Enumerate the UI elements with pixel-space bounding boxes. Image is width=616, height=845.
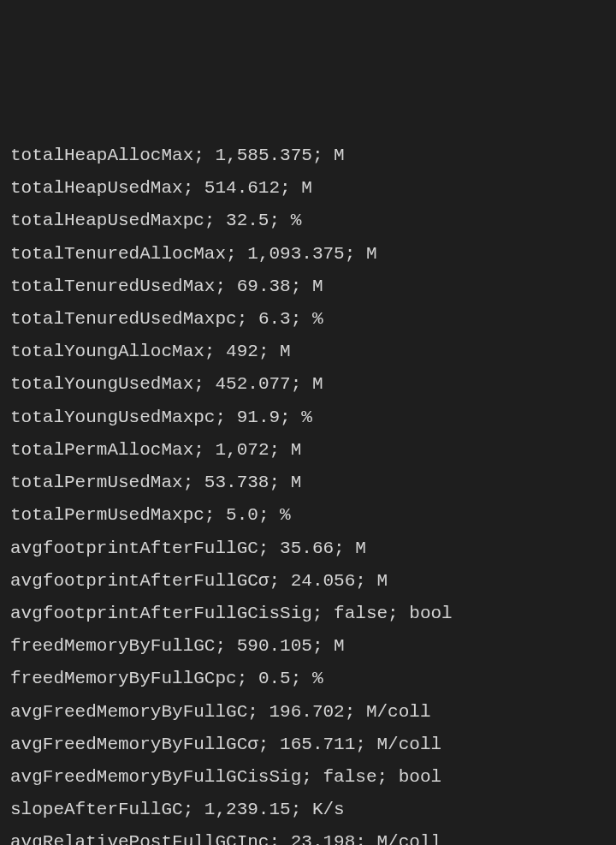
metric-line: totalTenuredUsedMax; 69.38; M bbox=[10, 271, 606, 303]
metric-name: avgFreedMemoryByFullGC bbox=[10, 702, 247, 722]
metric-value: 165.711 bbox=[280, 735, 355, 754]
metric-name: totalHeapAllocMax bbox=[10, 146, 193, 165]
metric-unit: M/coll bbox=[377, 832, 442, 845]
metric-value: 35.66 bbox=[280, 539, 334, 558]
metric-line: totalHeapUsedMaxpc; 32.5; % bbox=[10, 205, 606, 237]
metric-value: 590.105 bbox=[237, 636, 312, 656]
metric-line: avgfootprintAfterFullGCσ; 24.056; M bbox=[10, 565, 606, 598]
metric-name: totalYoungAllocMax bbox=[10, 342, 204, 361]
metric-value: false bbox=[334, 604, 388, 623]
metric-name: freedMemoryByFullGCpc bbox=[10, 669, 237, 688]
metric-name: avgfootprintAfterFullGC bbox=[10, 539, 258, 558]
metric-line: totalPermUsedMaxpc; 5.0; % bbox=[10, 499, 606, 532]
metric-unit: % bbox=[301, 408, 312, 427]
metric-unit: M bbox=[280, 342, 291, 361]
metric-value: 91.9 bbox=[237, 408, 280, 427]
metric-value: 24.056 bbox=[291, 571, 356, 591]
metric-name: totalHeapUsedMaxpc bbox=[10, 211, 204, 230]
metric-line: totalYoungUsedMax; 452.077; M bbox=[10, 368, 606, 401]
metric-value: 452.077 bbox=[215, 374, 290, 394]
metric-line: totalHeapUsedMax; 514.612; M bbox=[10, 172, 606, 205]
metric-name: totalHeapUsedMax bbox=[10, 178, 183, 198]
metric-unit: M bbox=[312, 277, 323, 296]
metric-value: 1,093.375 bbox=[247, 244, 344, 264]
metric-value: 6.3 bbox=[258, 309, 291, 329]
metric-line: freedMemoryByFullGC; 590.105; M bbox=[10, 630, 606, 663]
metric-line: avgRelativePostFullGCInc; 23.198; M/coll bbox=[10, 826, 606, 845]
metric-value: 5.0 bbox=[226, 505, 258, 525]
metric-name: totalYoungUsedMaxpc bbox=[10, 408, 215, 427]
metric-unit: M bbox=[334, 146, 345, 165]
metric-line: totalPermAllocMax; 1,072; M bbox=[10, 434, 606, 467]
metric-unit: bool bbox=[409, 604, 452, 623]
metric-line: totalHeapAllocMax; 1,585.375; M bbox=[10, 140, 606, 172]
metric-line: avgFreedMemoryByFullGCisSig; false; bool bbox=[10, 761, 606, 794]
metric-line: totalTenuredUsedMaxpc; 6.3; % bbox=[10, 303, 606, 336]
metrics-output: totalHeapAllocMax; 1,585.375; MtotalHeap… bbox=[10, 140, 606, 845]
metric-name: totalTenuredAllocMax bbox=[10, 244, 226, 264]
metric-line: totalYoungUsedMaxpc; 91.9; % bbox=[10, 402, 606, 434]
metric-name: avgFreedMemoryByFullGCσ bbox=[10, 735, 258, 754]
metric-unit: M/coll bbox=[377, 735, 442, 754]
metric-value: false bbox=[323, 767, 376, 787]
metric-value: 23.198 bbox=[291, 832, 356, 845]
metric-name: avgRelativePostFullGCInc bbox=[10, 832, 269, 845]
metric-value: 53.738 bbox=[204, 473, 270, 492]
metric-value: 1,239.15 bbox=[204, 800, 291, 819]
metric-unit: M bbox=[312, 374, 323, 394]
metric-value: 32.5 bbox=[226, 211, 269, 230]
metric-name: slopeAfterFullGC bbox=[10, 800, 183, 819]
metric-value: 1,072 bbox=[215, 440, 269, 460]
metric-line: totalPermUsedMax; 53.738; M bbox=[10, 467, 606, 499]
metric-unit: % bbox=[312, 669, 323, 688]
metric-unit: bool bbox=[399, 767, 441, 787]
metric-name: avgfootprintAfterFullGCisSig bbox=[10, 604, 312, 623]
metric-unit: M bbox=[355, 539, 366, 558]
metric-unit: M bbox=[291, 440, 302, 460]
metric-name: totalYoungUsedMax bbox=[10, 374, 193, 394]
metric-line: avgFreedMemoryByFullGC; 196.702; M/coll bbox=[10, 696, 606, 729]
metric-name: totalTenuredUsedMax bbox=[10, 277, 215, 296]
metric-line: avgfootprintAfterFullGCisSig; false; boo… bbox=[10, 598, 606, 630]
metric-name: totalTenuredUsedMaxpc bbox=[10, 309, 237, 329]
metric-unit: M bbox=[366, 244, 377, 264]
metric-value: 492 bbox=[226, 342, 258, 361]
metric-name: totalPermAllocMax bbox=[10, 440, 193, 460]
metric-unit: % bbox=[291, 211, 302, 230]
metric-line: totalYoungAllocMax; 492; M bbox=[10, 336, 606, 368]
metric-unit: M bbox=[334, 636, 345, 656]
metric-line: slopeAfterFullGC; 1,239.15; K/s bbox=[10, 794, 606, 826]
metric-value: 1,585.375 bbox=[215, 146, 311, 165]
metric-value: 514.612 bbox=[204, 178, 280, 198]
metric-unit: M bbox=[301, 178, 312, 198]
metric-name: totalPermUsedMaxpc bbox=[10, 505, 204, 525]
metric-value: 69.38 bbox=[237, 277, 291, 296]
metric-unit: % bbox=[312, 309, 323, 329]
metric-unit: % bbox=[280, 505, 291, 525]
metric-line: avgfootprintAfterFullGC; 35.66; M bbox=[10, 533, 606, 565]
metric-line: avgFreedMemoryByFullGCσ; 165.711; M/coll bbox=[10, 729, 606, 761]
metric-line: freedMemoryByFullGCpc; 0.5; % bbox=[10, 663, 606, 695]
metric-unit: M bbox=[291, 473, 302, 492]
metric-name: totalPermUsedMax bbox=[10, 473, 183, 492]
metric-name: avgfootprintAfterFullGCσ bbox=[10, 571, 269, 591]
metric-value: 0.5 bbox=[258, 669, 291, 688]
metric-name: freedMemoryByFullGC bbox=[10, 636, 215, 656]
metric-unit: M bbox=[377, 571, 388, 591]
metric-name: avgFreedMemoryByFullGCisSig bbox=[10, 767, 301, 787]
metric-unit: K/s bbox=[312, 800, 345, 819]
metric-unit: M/coll bbox=[366, 702, 431, 722]
metric-value: 196.702 bbox=[269, 702, 344, 722]
metric-line: totalTenuredAllocMax; 1,093.375; M bbox=[10, 238, 606, 271]
